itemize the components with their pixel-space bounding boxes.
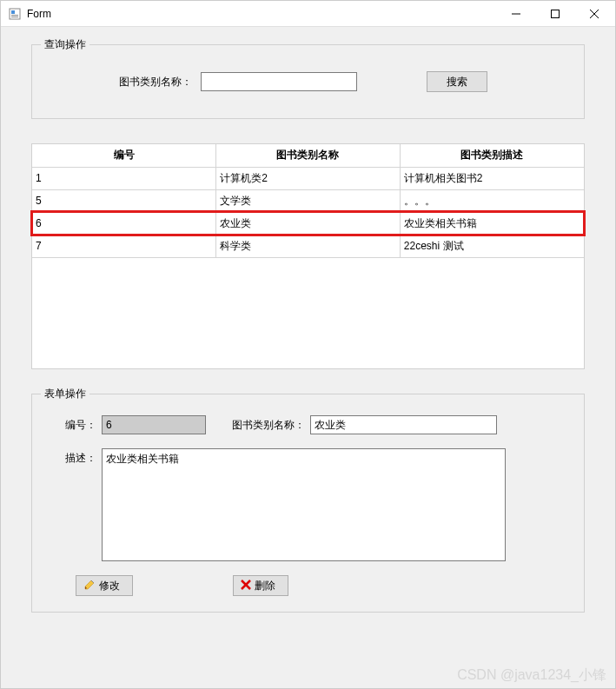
svg-rect-2 [11,15,18,16]
form-group: 表单操作 编号： 图书类别名称： 描述： [31,394,585,613]
x-icon [241,580,251,593]
svg-rect-1 [11,10,15,14]
form-group-title: 表单操作 [41,387,89,401]
form-desc-textarea[interactable] [102,448,506,561]
delete-button[interactable]: 删除 [233,575,288,596]
query-group-title: 查询操作 [41,37,89,52]
query-name-label: 图书类别名称： [119,75,192,89]
search-button[interactable]: 搜索 [427,71,487,92]
window-frame: Form 查询操作 图书类别名称： 搜索 [0,0,616,689]
table-cell: 6 [32,212,216,235]
window-controls [496,1,613,26]
table-cell: 科学类 [216,235,401,257]
query-name-input[interactable] [201,72,357,91]
table-cell: 7 [32,235,216,257]
svg-rect-5 [551,10,559,17]
client-area: 查询操作 图书类别名称： 搜索 编号 图书类别名称 图书类别描述 1计算机类2计… [1,27,615,688]
window-title: Form [27,8,496,20]
query-group: 查询操作 图书类别名称： 搜索 [31,44,585,119]
modify-button[interactable]: 修改 [76,575,133,596]
titlebar[interactable]: Form [1,1,615,27]
table-cell: 农业类相关书籍 [400,212,584,235]
svg-rect-3 [11,17,18,17]
table-cell: 文学类 [216,189,401,212]
table-row[interactable]: 1计算机类2计算机相关图书2 [32,167,584,189]
table-row[interactable]: 6农业类农业类相关书籍 [32,212,584,235]
table-row[interactable]: 7科学类22ceshi 测试 [32,235,584,257]
table-cell: 。。。 [400,189,584,212]
table-cell: 计算机类2 [216,167,401,189]
col-header-name[interactable]: 图书类别名称 [216,144,401,167]
form-name-label: 图书类别名称： [232,415,310,433]
table-cell: 计算机相关图书2 [400,167,584,189]
data-table[interactable]: 编号 图书类别名称 图书类别描述 1计算机类2计算机相关图书25文学类。。。6农… [31,143,585,369]
minimize-button[interactable] [496,1,535,26]
table-cell: 5 [32,189,216,212]
form-id-input [102,415,206,434]
col-header-id[interactable]: 编号 [32,144,216,167]
app-icon [8,7,22,21]
table-cell: 农业类 [216,212,401,235]
delete-button-label: 删除 [255,579,275,593]
table-cell: 22ceshi 测试 [400,235,584,257]
maximize-button[interactable] [535,1,574,26]
form-name-input[interactable] [310,415,497,434]
col-header-desc[interactable]: 图书类别描述 [400,144,584,167]
modify-button-label: 修改 [99,579,120,593]
form-desc-label: 描述： [50,448,102,466]
table-row[interactable]: 5文学类。。。 [32,189,584,212]
pencil-icon [83,579,96,593]
table-cell: 1 [32,167,216,189]
watermark-text: CSDN @java1234_小锋 [457,666,606,685]
close-button[interactable] [574,1,613,26]
form-id-label: 编号： [50,415,102,433]
